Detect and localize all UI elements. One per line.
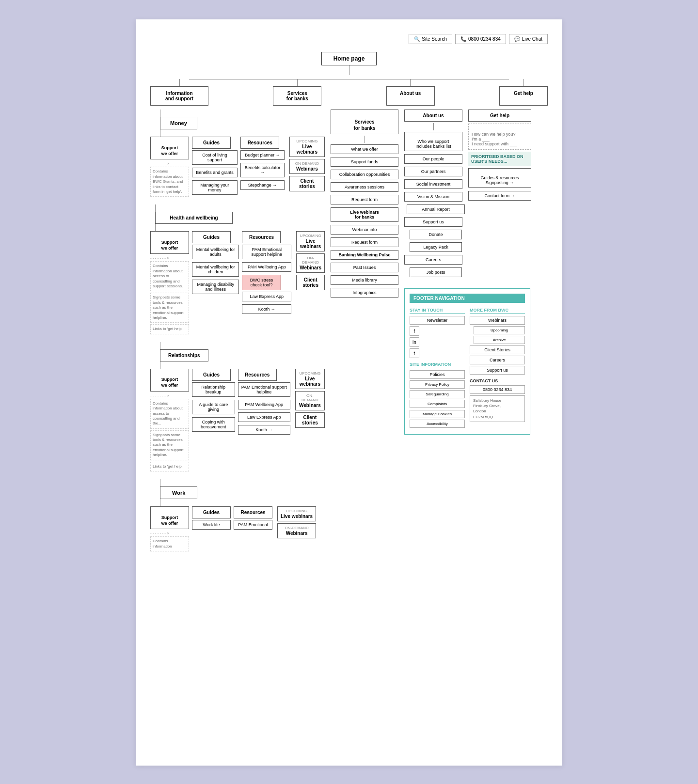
- rel-guide-1[interactable]: Relationship breakup: [192, 382, 235, 397]
- sfb-infographics[interactable]: Infographics: [331, 288, 398, 298]
- money-section: Money: [160, 117, 197, 129]
- nav-services-banks[interactable]: Services for banks: [273, 86, 321, 106]
- about-careers[interactable]: Careers: [404, 255, 462, 265]
- work-guide-1[interactable]: Work life: [192, 520, 231, 530]
- get-help-guides-resources[interactable]: Guides & resources Signposting →: [468, 168, 531, 188]
- footer-complaints[interactable]: Complaints: [410, 400, 465, 408]
- nav-get-help[interactable]: Get help: [499, 86, 548, 106]
- hw-client-stories[interactable]: Client stories: [296, 275, 325, 290]
- get-help-box[interactable]: Get help: [468, 110, 531, 122]
- footer-policies[interactable]: Policies: [410, 370, 465, 379]
- rel-resources-title: Resources: [238, 369, 277, 381]
- search-icon: 🔍: [414, 36, 420, 42]
- sfb-collaboration[interactable]: Collaboration opporunities: [331, 170, 398, 179]
- sfb-request-form-1[interactable]: Request form: [331, 195, 398, 204]
- money-guide-3[interactable]: Managing your money: [192, 180, 238, 195]
- money-ondemand-webinars[interactable]: ON-DEMAND Webinars: [289, 159, 325, 174]
- about-support-us[interactable]: Support us: [404, 217, 462, 227]
- about-vision-mission[interactable]: Vision & Mission: [404, 192, 462, 202]
- money-resource-3[interactable]: Stepchange →: [240, 180, 285, 190]
- about-who-we-support[interactable]: Who we support Includes banks list: [404, 132, 462, 151]
- footer-newsletter[interactable]: Newsletter: [410, 316, 465, 325]
- phone-number: 0800 0234 834: [468, 36, 501, 42]
- site-search-label: Site Search: [422, 36, 447, 42]
- rel-resource-4[interactable]: Kooth →: [238, 425, 290, 435]
- rel-guide-2[interactable]: A guide to care giving: [192, 400, 235, 414]
- about-donate[interactable]: Donate: [410, 230, 462, 239]
- about-legacy-pack[interactable]: Legacy Pack: [410, 242, 462, 252]
- sfb-live-webinars[interactable]: Live webinarsfor banks: [331, 207, 398, 222]
- hw-ondemand-webinars[interactable]: ON-DEMAND Webinars: [296, 253, 325, 273]
- rel-resource-2[interactable]: PAM Wellbeing App: [238, 400, 290, 409]
- about-our-people[interactable]: Our people: [404, 154, 462, 164]
- hw-guide-2[interactable]: Mental wellbeing for children: [192, 262, 239, 277]
- hw-guide-3[interactable]: Managing disability and illness: [192, 280, 239, 294]
- hw-resource-2[interactable]: PAM Wellbeing App: [242, 262, 291, 272]
- footer-more-upcoming[interactable]: Upcoming: [474, 326, 525, 334]
- site-search-button[interactable]: 🔍 Site Search: [409, 34, 452, 44]
- sfb-media-library[interactable]: Media library: [331, 275, 398, 285]
- sfb-webinar-info[interactable]: Webinar info: [331, 225, 398, 235]
- footer-more-archive[interactable]: Archive: [474, 336, 525, 344]
- phone-icon: 📞: [460, 36, 466, 42]
- hw-support-desc3: Links to 'get help'.: [150, 324, 189, 334]
- sfb-awareness[interactable]: Awareness sessions: [331, 182, 398, 192]
- hw-resource-kooth[interactable]: Kooth →: [242, 304, 291, 314]
- footer-twitter-icon[interactable]: t: [410, 348, 419, 358]
- live-chat-button[interactable]: 💬 Live Chat: [509, 34, 548, 44]
- hw-support-box: Support we offer: [150, 231, 189, 254]
- work-upcoming-webinars[interactable]: UPCOMING Live webinars: [277, 506, 316, 521]
- footer-safeguarding[interactable]: Safeguarding: [410, 390, 465, 398]
- money-guide-2[interactable]: Benefits and grants: [192, 168, 238, 177]
- money-client-stories[interactable]: Client stories: [289, 176, 325, 191]
- rel-ondemand-webinars[interactable]: ON-DEMAND Webinars: [295, 391, 325, 410]
- about-social-investment[interactable]: Social investment: [404, 179, 462, 189]
- hw-resource-1[interactable]: PAM Emotional support helpline: [242, 245, 291, 259]
- nav-about-us[interactable]: About us: [386, 86, 435, 106]
- rel-guide-3[interactable]: Coping with bereavement: [192, 417, 235, 432]
- rel-support-box: Support we offer: [150, 369, 189, 392]
- money-guide-1[interactable]: Cost of living support: [192, 150, 238, 165]
- footer-accessibility[interactable]: Accessibility: [410, 420, 465, 428]
- sfb-support-funds[interactable]: Support funds: [331, 157, 398, 167]
- footer-more-webinars[interactable]: Webinars: [470, 316, 525, 325]
- hw-resource-bwc[interactable]: BWC stress check tool?: [242, 275, 281, 290]
- sfb-bwp[interactable]: Banking Wellbeing Pulse: [331, 250, 398, 260]
- rel-guides-title: Guides: [192, 369, 231, 381]
- rel-client-stories[interactable]: Client stories: [295, 412, 325, 428]
- work-ondemand-webinars[interactable]: ON-DEMAND Webinars: [277, 523, 316, 538]
- money-resource-2[interactable]: Benefits calculator →: [240, 163, 285, 177]
- footer-facebook-icon[interactable]: f: [410, 326, 419, 336]
- footer-privacy-policy[interactable]: Privacy Policy: [410, 380, 465, 389]
- hw-guide-1[interactable]: Mental wellbeing for adults: [192, 245, 239, 259]
- work-resource-1[interactable]: PAM Emotional: [234, 520, 272, 530]
- footer-more-support-us[interactable]: Support us: [470, 366, 525, 375]
- rel-support-desc2: Signposts some tools & resources such as…: [150, 430, 189, 460]
- health-section: Health and wellbeing: [155, 212, 233, 224]
- money-resource-1[interactable]: Budget planner →: [240, 150, 285, 160]
- sfb-request-form-2[interactable]: Request form: [331, 237, 398, 247]
- hw-upcoming-webinars[interactable]: UPCOMING Live webinars: [296, 231, 325, 251]
- phone-button[interactable]: 📞 0800 0234 834: [455, 34, 506, 44]
- rel-resource-1[interactable]: PAM Emotional support helpline: [238, 382, 290, 397]
- about-job-posts[interactable]: Job posts: [410, 267, 462, 277]
- footer-more-client-stories[interactable]: Client Stories: [470, 345, 525, 354]
- footer-more-careers[interactable]: Careers: [470, 356, 525, 364]
- homepage-box: Home page: [321, 52, 377, 65]
- about-annual-report[interactable]: Annual Report: [407, 204, 465, 214]
- services-banks-box[interactable]: Services for banks: [331, 110, 398, 134]
- footer-linkedin-icon[interactable]: in: [410, 337, 419, 347]
- footer-contact-phone[interactable]: 0800 0234 834: [470, 385, 525, 394]
- sfb-what-we-offer[interactable]: What we offer: [331, 144, 398, 154]
- work-resources-title: Resources: [234, 506, 272, 518]
- about-our-partners[interactable]: Our partners: [404, 167, 462, 176]
- get-help-contact-form[interactable]: Contact form →: [468, 191, 531, 201]
- rel-upcoming-webinars[interactable]: UPCOMING Live webinars: [295, 369, 325, 389]
- footer-manage-cookies[interactable]: Manage Cookies: [410, 410, 465, 418]
- nav-info-support[interactable]: Information and support: [150, 86, 208, 106]
- sfb-past-issues[interactable]: Past Issues: [331, 263, 398, 272]
- money-upcoming-webinars[interactable]: UPCOMING Live webinars: [289, 137, 325, 157]
- hw-resource-law[interactable]: Law Express App: [242, 292, 291, 301]
- rel-resource-3[interactable]: Law Express App: [238, 412, 290, 422]
- about-us-box[interactable]: About us: [404, 110, 462, 122]
